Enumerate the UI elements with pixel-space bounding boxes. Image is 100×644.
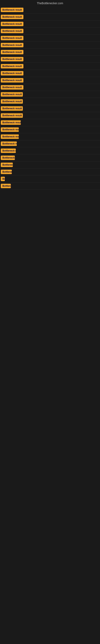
bottleneck-badge-4[interactable]: Bottleneck result bbox=[1, 29, 23, 33]
bottleneck-row-3: Bottleneck result bbox=[0, 20, 100, 28]
bottleneck-row-4: Bottleneck result bbox=[0, 28, 100, 34]
bottleneck-row-24: Bottleneck result bbox=[0, 168, 100, 176]
bottleneck-badge-8[interactable]: Bottleneck result bbox=[1, 57, 23, 62]
bottleneck-badge-15[interactable]: Bottleneck result bbox=[1, 106, 23, 111]
bottleneck-badge-16[interactable]: Bottleneck result bbox=[1, 113, 23, 118]
bottleneck-row-23: Bottleneck result bbox=[0, 162, 100, 168]
bottleneck-row-19: Bottleneck result bbox=[0, 133, 100, 140]
bottleneck-row-1: Bottleneck result bbox=[0, 6, 100, 14]
bottleneck-badge-1[interactable]: Bottleneck result bbox=[1, 8, 23, 12]
site-title: TheBottlenecker.com bbox=[0, 0, 100, 6]
bottleneck-row-21: Bottleneck result bbox=[0, 147, 100, 154]
bottleneck-row-14: Bottleneck result bbox=[0, 98, 100, 105]
bottleneck-badge-24[interactable]: Bottleneck result bbox=[1, 170, 12, 174]
bottleneck-row-25: Bottleneck result bbox=[0, 176, 100, 182]
bottleneck-row-17: Bottleneck result bbox=[0, 119, 100, 126]
site-title-text: TheBottlenecker.com bbox=[37, 2, 63, 5]
bottleneck-row-2: Bottleneck result bbox=[0, 14, 100, 20]
bottleneck-row-12: Bottleneck result bbox=[0, 84, 100, 91]
bottleneck-badge-20[interactable]: Bottleneck result bbox=[1, 142, 17, 146]
bottleneck-badge-2[interactable]: Bottleneck result bbox=[1, 15, 23, 19]
bottleneck-badge-10[interactable]: Bottleneck result bbox=[1, 71, 23, 76]
bottleneck-row-7: Bottleneck result bbox=[0, 49, 100, 56]
bottleneck-row-22: Bottleneck result bbox=[0, 154, 100, 162]
bottleneck-badge-14[interactable]: Bottleneck result bbox=[1, 99, 23, 104]
bottleneck-row-16: Bottleneck result bbox=[0, 112, 100, 119]
bottleneck-badge-25[interactable]: Bottleneck result bbox=[1, 177, 5, 181]
bottleneck-row-15: Bottleneck result bbox=[0, 105, 100, 112]
bottleneck-badge-26[interactable]: Bottleneck result bbox=[1, 184, 11, 188]
bottleneck-row-26: Bottleneck result bbox=[0, 182, 100, 190]
bottleneck-badge-7[interactable]: Bottleneck result bbox=[1, 50, 23, 54]
bottleneck-badge-23[interactable]: Bottleneck result bbox=[1, 162, 13, 167]
bottleneck-row-11: Bottleneck result bbox=[0, 77, 100, 84]
bottleneck-badge-3[interactable]: Bottleneck result bbox=[1, 22, 23, 26]
bottleneck-row-13: Bottleneck result bbox=[0, 91, 100, 98]
bottleneck-row-9: Bottleneck result bbox=[0, 63, 100, 70]
bottleneck-row-10: Bottleneck result bbox=[0, 70, 100, 77]
bottleneck-row-8: Bottleneck result bbox=[0, 56, 100, 63]
bottleneck-badge-19[interactable]: Bottleneck result bbox=[1, 134, 19, 139]
bottleneck-badge-6[interactable]: Bottleneck result bbox=[1, 43, 23, 47]
bottleneck-badge-5[interactable]: Bottleneck result bbox=[1, 36, 23, 40]
badges-container: Bottleneck resultBottleneck resultBottle… bbox=[0, 6, 100, 190]
bottleneck-badge-13[interactable]: Bottleneck result bbox=[1, 92, 23, 96]
bottleneck-badge-18[interactable]: Bottleneck result bbox=[1, 128, 19, 132]
bottleneck-badge-11[interactable]: Bottleneck result bbox=[1, 78, 23, 82]
bottleneck-row-20: Bottleneck result bbox=[0, 140, 100, 147]
bottleneck-badge-21[interactable]: Bottleneck result bbox=[1, 148, 16, 153]
bottleneck-row-6: Bottleneck result bbox=[0, 42, 100, 49]
bottleneck-row-5: Bottleneck result bbox=[0, 34, 100, 42]
bottleneck-badge-17[interactable]: Bottleneck result bbox=[1, 120, 21, 125]
bottleneck-row-18: Bottleneck result bbox=[0, 126, 100, 133]
bottleneck-badge-9[interactable]: Bottleneck result bbox=[1, 64, 23, 68]
bottleneck-badge-22[interactable]: Bottleneck result bbox=[1, 156, 15, 160]
bottleneck-badge-12[interactable]: Bottleneck result bbox=[1, 85, 23, 90]
